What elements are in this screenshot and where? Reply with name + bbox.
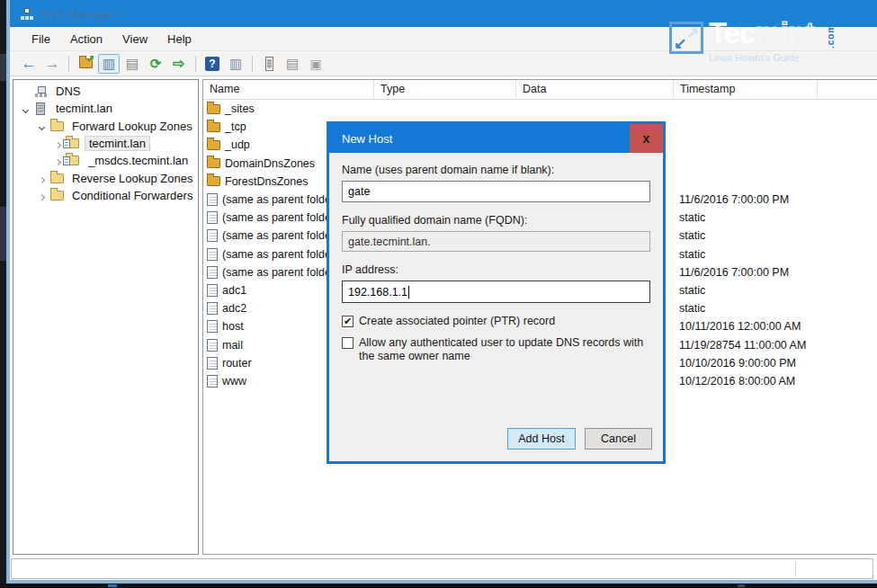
tree-item-conditional-forwarders[interactable]: Conditional Forwarders: [13, 187, 198, 204]
tree-item-label: DNS: [52, 85, 84, 98]
forward-icon[interactable]: →: [41, 54, 63, 74]
ip-address-label: IP address:: [342, 263, 650, 276]
refresh-icon[interactable]: ⟳: [145, 54, 166, 74]
window-title: DNS Manager: [40, 7, 114, 21]
ptr-checkbox[interactable]: [342, 316, 353, 327]
column-header-timestamp[interactable]: Timestamp: [674, 80, 818, 99]
folder-glyph: [50, 121, 64, 131]
host-name-label: Name (uses parent domain name if blank):: [342, 164, 650, 176]
server-glyph: [36, 102, 45, 115]
row-name: www: [222, 375, 246, 388]
toolbar-separator: [68, 56, 69, 72]
row-timestamp-cell: 11/19/28754 11:00:00 AM: [674, 339, 818, 352]
question-glyph: ?: [205, 57, 219, 71]
row-timestamp-cell: static: [674, 302, 818, 315]
folder-icon: [49, 191, 65, 200]
record-icon: [207, 229, 218, 242]
tree-item--msdcs-tecmint-lan[interactable]: _msdcs.tecmint.lan: [13, 152, 198, 169]
tree-item-tecmint-lan[interactable]: tecmint.lan: [13, 100, 198, 117]
ptr-checkbox-row[interactable]: Create associated pointer (PTR) record: [342, 315, 650, 328]
menu-help[interactable]: Help: [158, 29, 202, 49]
row-name: _sites: [225, 102, 255, 115]
record-icon: [207, 211, 218, 224]
dialog-title-bar[interactable]: New Host: [329, 124, 663, 153]
ip-address-input[interactable]: 192.168.1.1: [342, 281, 650, 303]
column-header-name[interactable]: Name: [203, 80, 374, 99]
back-icon[interactable]: ←: [18, 54, 40, 74]
record-icon: [207, 339, 218, 352]
record-icon: [207, 357, 218, 370]
record-icon: [207, 302, 218, 315]
row-name: mail: [222, 339, 243, 352]
auth-update-checkbox-label: Allow any authenticated user to update D…: [359, 336, 647, 363]
dialog-body: Name (uses parent domain name if blank):…: [329, 153, 663, 461]
text-cursor: [408, 286, 409, 298]
zone-folder-icon: [66, 156, 80, 166]
row-timestamp-cell: static: [674, 248, 818, 261]
row-name: (same as parent folder): [222, 211, 338, 224]
auth-checkbox-row[interactable]: Allow any authenticated user to update D…: [342, 336, 650, 363]
table-row[interactable]: _sites: [203, 100, 877, 118]
tecmint-brand-text: Tecmint.com: [709, 18, 846, 49]
record-icon: [207, 320, 218, 333]
row-timestamp-cell: static: [674, 284, 818, 297]
row-name: (same as parent folder): [222, 193, 338, 206]
status-bar: [11, 558, 873, 579]
record-icon: [207, 193, 218, 206]
row-name-cell: _sites: [203, 102, 374, 115]
expander-expanded-icon[interactable]: [35, 122, 49, 129]
record-icon: [207, 375, 218, 388]
tree-item-forward-lookup-zones[interactable]: Forward Lookup Zones: [13, 118, 198, 135]
help-icon[interactable]: ?: [201, 54, 223, 74]
server-icon[interactable]: [258, 54, 280, 74]
server-glyph: [265, 57, 273, 71]
tecmint-tagline: Linux Howto's Guide: [709, 52, 812, 63]
tree-item-label: Forward Lookup Zones: [68, 120, 196, 133]
toolbar-separator: [252, 56, 253, 72]
folder-icon: [207, 158, 220, 168]
add-host-button[interactable]: Add Host: [507, 428, 576, 450]
record-list-icon[interactable]: ▤: [282, 54, 303, 74]
folder-icon: [207, 122, 220, 132]
close-icon[interactable]: x: [630, 124, 663, 153]
menu-file[interactable]: File: [22, 29, 61, 49]
column-header-type[interactable]: Type: [374, 80, 516, 99]
expander-expanded-icon[interactable]: [19, 105, 32, 112]
clipboard-icon[interactable]: ▣: [305, 54, 327, 74]
folder-icon: [207, 176, 220, 186]
tree-item-label: Conditional Forwarders: [68, 189, 196, 202]
record-icon: [207, 248, 218, 261]
expander-collapsed-icon[interactable]: [35, 192, 49, 200]
zone-icon: [65, 138, 81, 149]
auth-update-checkbox[interactable]: [342, 337, 353, 349]
tree-item-dns[interactable]: DNS: [13, 83, 198, 100]
background-window-sliver: [0, 54, 6, 81]
dns-manager-app-icon: [21, 8, 33, 20]
open-folder-icon[interactable]: ↗: [75, 54, 96, 74]
row-name: adc1: [222, 284, 246, 297]
menu-action[interactable]: Action: [61, 29, 113, 49]
host-name-input[interactable]: gate: [342, 181, 650, 202]
tree-item-reverse-lookup-zones[interactable]: Reverse Lookup Zones: [13, 169, 198, 186]
dns-glyph: [35, 86, 47, 97]
tree-item-tecmint-lan[interactable]: tecmint.lan: [13, 135, 198, 152]
export-list-icon[interactable]: ⇨: [168, 54, 190, 74]
cancel-button[interactable]: Cancel: [585, 428, 652, 450]
show-console-tree-icon[interactable]: ▥: [98, 54, 120, 74]
tree-item-label: _msdcs.tecmint.lan: [85, 154, 192, 167]
row-name: DomainDnsZones: [225, 157, 315, 170]
menu-view[interactable]: View: [113, 29, 158, 49]
record-icon: [207, 266, 218, 279]
new-host-dialog: New Host x Name (uses parent domain name…: [327, 121, 666, 464]
expander-collapsed-icon[interactable]: [35, 174, 49, 183]
column-header-data[interactable]: Data: [516, 80, 674, 99]
screen: DNS Manager FileActionViewHelp ←→↗▥▤⟳⇨?▥…: [0, 0, 877, 588]
console-window-icon[interactable]: ▥: [225, 54, 246, 74]
tree-item-label: tecmint.lan: [85, 136, 150, 151]
row-timestamp-cell: 10/11/2016 12:00:00 AM: [674, 320, 818, 333]
zone-icon: [65, 156, 81, 166]
row-timestamp-cell: 11/6/2016 7:00:00 PM: [674, 266, 818, 279]
folder-icon: [49, 121, 65, 131]
server-icon: [32, 102, 49, 115]
properties-icon[interactable]: ▤: [121, 54, 143, 74]
